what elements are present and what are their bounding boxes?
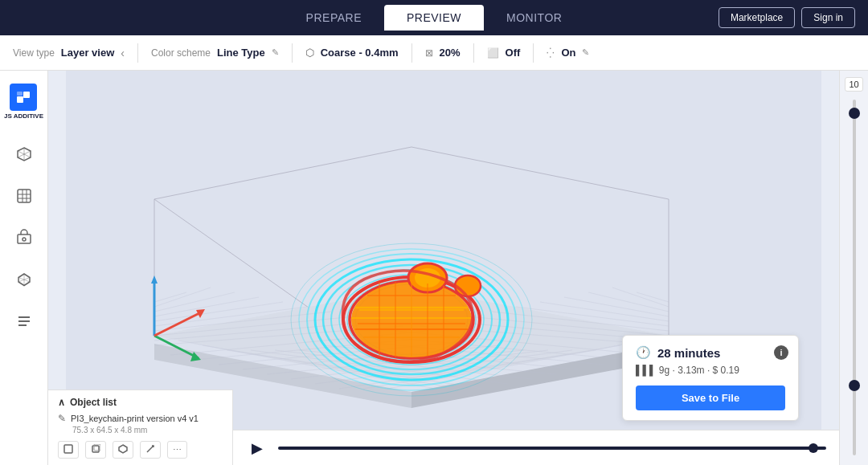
tab-prepare[interactable]: PREPARE	[284, 5, 384, 31]
tab-preview[interactable]: PREVIEW	[384, 5, 484, 31]
infill-value: 20%	[440, 47, 461, 59]
logo-icon	[10, 84, 37, 111]
object-list-header: ∧ Object list	[58, 397, 223, 408]
svg-rect-98	[94, 444, 100, 451]
separator-5	[533, 43, 534, 63]
time-value: 28 minutes	[657, 346, 720, 360]
top-navigation: PREPARE PREVIEW MONITOR Marketplace Sign…	[0, 0, 868, 35]
svg-rect-8	[18, 235, 31, 243]
object-list-panel: ∧ Object list ✎ PI3_keychain-print versi…	[48, 390, 233, 465]
color-scheme-label: Color scheme	[151, 47, 211, 59]
save-to-file-button[interactable]: Save to File	[636, 385, 785, 410]
tab-monitor[interactable]: MONITOR	[484, 5, 584, 31]
support-icon: ⬜	[487, 47, 499, 59]
object-name: PI3_keychain-print version v4 v1	[71, 414, 199, 423]
separator-3	[411, 43, 412, 63]
adhesion-edit-icon[interactable]: ✎	[582, 47, 589, 58]
view-type-label: View type	[13, 47, 55, 59]
separator-1	[137, 43, 138, 63]
object-list-item: ✎ PI3_keychain-print version v4 v1	[58, 413, 223, 424]
nav-tabs: PREPARE PREVIEW MONITOR	[284, 5, 585, 31]
cost-value: 9g · 3.13m · $ 0.19	[659, 365, 739, 376]
filament-icon: ▌▌▌	[636, 365, 657, 376]
toolbar: View type Layer view ‹ Color scheme Line…	[0, 35, 868, 71]
sidebar-tool-3[interactable]	[10, 223, 39, 252]
view-type-value: Layer view	[61, 47, 115, 59]
stats-panel: i 🕐 28 minutes ▌▌▌ 9g · 3.13m · $ 0.19 S…	[622, 335, 799, 421]
action-btn-2[interactable]	[85, 441, 106, 459]
sidebar-tool-4[interactable]	[10, 265, 39, 294]
stats-cost: ▌▌▌ 9g · 3.13m · $ 0.19	[636, 365, 785, 376]
progress-thumb[interactable]	[809, 443, 818, 453]
infill-icon: ⊠	[425, 47, 433, 59]
svg-rect-97	[92, 446, 99, 452]
sidebar-tool-1[interactable]	[10, 140, 39, 169]
nav-right-buttons: Marketplace Sign in	[719, 7, 855, 28]
separator-4	[473, 43, 474, 63]
progress-track[interactable]	[278, 447, 826, 450]
adhesion-value: On	[561, 47, 575, 59]
layer-slider-track[interactable]	[853, 100, 856, 455]
support-value: Off	[506, 47, 521, 59]
quality-value: Coarse - 0.4mm	[321, 47, 399, 59]
object-dims: 75.3 x 64.5 x 4.8 mm	[72, 426, 223, 434]
svg-rect-3	[18, 190, 31, 202]
object-icon: ✎	[58, 413, 66, 424]
separator-2	[292, 43, 293, 63]
view-type-chevron[interactable]: ‹	[121, 47, 125, 59]
svg-point-77	[455, 275, 481, 296]
sidebar-tool-2[interactable]	[10, 182, 39, 210]
color-scheme-value: Line Type	[217, 47, 265, 59]
layer-slider-thumb-bottom[interactable]	[849, 380, 860, 391]
color-scheme-edit-icon[interactable]: ✎	[272, 47, 279, 58]
left-sidebar: JS ADDITIVE	[0, 71, 48, 465]
svg-rect-0	[17, 96, 23, 103]
stats-time: 🕐 28 minutes	[636, 345, 785, 360]
action-btn-1[interactable]	[58, 441, 79, 459]
chevron-icon[interactable]: ∧	[58, 397, 65, 408]
logo-area: JS ADDITIVE	[4, 84, 43, 120]
quality-icon: ⬡	[305, 47, 314, 59]
svg-rect-1	[23, 92, 30, 98]
object-list-label: Object list	[70, 397, 117, 408]
layer-number: 10	[845, 77, 862, 92]
svg-rect-2	[17, 92, 23, 96]
marketplace-button[interactable]: Marketplace	[719, 7, 795, 28]
svg-point-9	[23, 238, 26, 241]
clock-icon: 🕐	[636, 345, 651, 360]
info-icon[interactable]: i	[774, 345, 788, 360]
main-area: JS ADDITIVE	[0, 71, 868, 465]
action-btn-4[interactable]	[140, 441, 161, 459]
sidebar-tool-5[interactable]	[10, 307, 39, 336]
play-button[interactable]: ▶	[246, 437, 268, 459]
object-actions: ⋯	[58, 441, 223, 459]
action-btn-3[interactable]	[113, 441, 133, 459]
viewport[interactable]: ∧ Object list ✎ PI3_keychain-print versi…	[48, 71, 839, 465]
action-btn-5[interactable]: ⋯	[167, 441, 187, 459]
playbar: ▶	[233, 430, 839, 465]
logo-text: JS ADDITIVE	[4, 112, 43, 120]
svg-rect-96	[64, 445, 72, 453]
layer-slider-thumb-top[interactable]	[849, 108, 860, 119]
layer-slider-panel: 10	[839, 71, 868, 465]
adhesion-icon: ⁛	[547, 47, 555, 59]
signin-button[interactable]: Sign in	[801, 7, 855, 28]
